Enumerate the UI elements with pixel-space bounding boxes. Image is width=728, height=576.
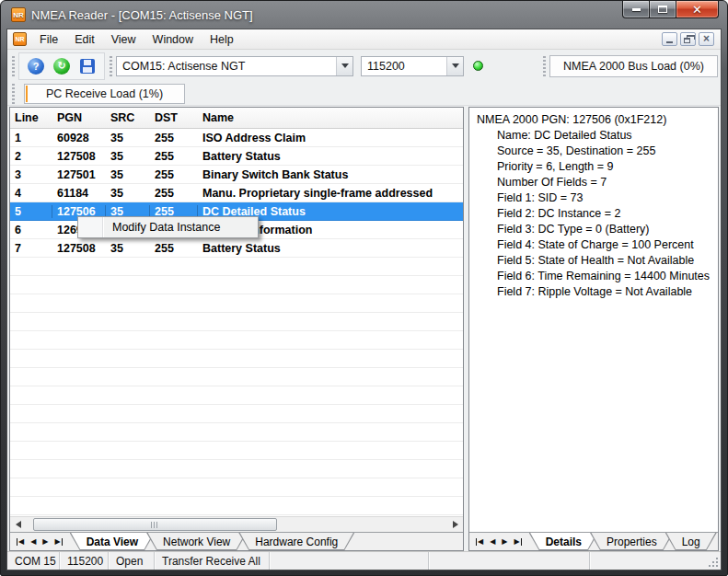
cell-pgn: 127508 (52, 150, 106, 163)
resize-grip[interactable] (707, 556, 719, 568)
scroll-right-button[interactable] (447, 517, 463, 532)
toolbar-grip[interactable] (12, 84, 15, 104)
context-menu-item-modify-data-instance[interactable]: Modify Data Instance (78, 221, 220, 234)
tab-last-button[interactable]: ▶ (514, 538, 521, 546)
chevron-down-icon (341, 63, 349, 72)
transfer-button[interactable]: ↻ (49, 54, 75, 78)
tab-next-button[interactable]: ▶ (502, 538, 507, 546)
chevron-down-icon (452, 63, 459, 72)
detail-line: Field 3: DC Type = 0 (Battery) (473, 222, 714, 237)
menu-file[interactable]: File (31, 29, 66, 49)
window-title: NMEA Reader - [COM15: Actisense NGT] (31, 8, 253, 22)
tab-label: Hardware Config (255, 536, 338, 548)
cell-pgn: 127501 (52, 168, 106, 181)
mdi-child-icon[interactable]: NR (13, 32, 27, 46)
detail-line: Field 1: SID = 73 (473, 190, 714, 206)
menu-edit[interactable]: Edit (66, 29, 103, 49)
tab-hardware-config[interactable]: Hardware Config (238, 533, 354, 550)
detail-line: Field 7: Ripple Voltage = Not Available (473, 284, 714, 300)
arrow-left-icon (16, 521, 21, 528)
cell-src: 35 (106, 242, 150, 255)
cell-name: Battery Status (198, 242, 463, 255)
transfer-icon: ↻ (53, 58, 70, 75)
toolbar-grip[interactable] (12, 56, 15, 76)
cell-src: 35 (106, 187, 150, 200)
table-row[interactable]: 2 127508 35 255 Battery Status (10, 147, 463, 166)
cell-line: 3 (10, 168, 52, 181)
dropdown-button[interactable] (336, 57, 352, 75)
status-com-port: COM 15 (7, 552, 60, 570)
tab-details[interactable]: Details (529, 533, 598, 550)
horizontal-scrollbar[interactable] (10, 516, 463, 532)
table-row[interactable]: 3 127501 35 255 Binary Switch Bank Statu… (10, 166, 463, 184)
tab-prev-button[interactable]: ◀ (490, 538, 495, 546)
tab-last-button[interactable]: ▶ (54, 538, 62, 546)
tab-scroll-buttons: ◀ ◀ ▶ ▶ (10, 538, 70, 546)
pgn-details: NMEA 2000 PGN: 127506 (0x1F212) Name: DC… (469, 108, 718, 532)
scrollbar-thumb[interactable] (33, 518, 277, 531)
menu-view[interactable]: View (103, 29, 144, 49)
cell-name: Manu. Proprietary single-frame addressed (198, 187, 463, 200)
title-bar[interactable]: NR NMEA Reader - [COM15: Actisense NGT] … (1, 1, 727, 29)
status-transfer-mode: Transfer Receive All (155, 552, 270, 570)
cell-pgn: 127508 (52, 242, 106, 255)
dropdown-button[interactable] (446, 57, 463, 75)
save-button[interactable] (75, 54, 100, 78)
secondary-toolbar: PC Receive Load (1%) (7, 82, 721, 106)
toolbar-grip[interactable] (110, 56, 112, 76)
tab-label: Data View (87, 536, 138, 548)
window-controls: ✕ (622, 1, 719, 18)
details-panel: NMEA 2000 PGN: 127506 (0x1F212) Name: DC… (468, 107, 719, 551)
table-row[interactable]: 7 127508 35 255 Battery Status (10, 239, 463, 258)
cell-pgn: 61184 (52, 187, 106, 200)
status-led-icon (473, 61, 483, 71)
table-row[interactable]: 4 61184 35 255 Manu. Proprietary single-… (10, 184, 463, 202)
detail-line: Field 2: DC Instance = 2 (473, 206, 714, 222)
tab-scroll-buttons: ◀ ◀ ▶ ▶ (469, 538, 529, 546)
toolbar-grip[interactable] (543, 56, 546, 76)
column-header-line[interactable]: Line (10, 111, 52, 124)
com-port-select[interactable]: COM15: Actisense NGT (116, 56, 353, 76)
help-button[interactable]: ? (23, 54, 49, 78)
column-header-name[interactable]: Name (198, 111, 463, 124)
empty-rows-area (10, 258, 463, 516)
minimize-icon (632, 8, 641, 11)
minimize-button[interactable] (622, 1, 650, 18)
menu-window[interactable]: Window (144, 29, 202, 49)
toolbar-button-group: ? ↻ (18, 52, 105, 80)
tab-next-button[interactable]: ▶ (42, 538, 48, 546)
tab-first-button[interactable]: ◀ (476, 538, 483, 546)
status-baud: 115200 (60, 552, 109, 570)
baud-rate-select[interactable]: 115200 (361, 56, 464, 76)
menu-help[interactable]: Help (202, 29, 242, 49)
right-tab-bar: ◀ ◀ ▶ ▶ Details Properties (469, 532, 718, 550)
table-row[interactable]: 1 60928 35 255 ISO Address Claim (10, 129, 463, 147)
mdi-minimize-button[interactable] (662, 32, 677, 46)
tab-network-view[interactable]: Network View (146, 533, 247, 550)
mdi-close-button[interactable]: × (699, 32, 714, 46)
mdi-restore-button[interactable] (680, 32, 696, 46)
cell-line: 6 (10, 224, 52, 236)
column-header-pgn[interactable]: PGN (52, 111, 106, 124)
tab-label: Properties (607, 536, 657, 548)
main-toolbar: ? ↻ COM15: Actisense NGT 115200 NMEA 200… (7, 50, 721, 82)
save-icon (80, 59, 95, 74)
detail-line: Source = 35, Destination = 255 (473, 144, 714, 159)
detail-line: Field 5: State of Health = Not Available (473, 253, 714, 269)
column-header-src[interactable]: SRC (106, 111, 150, 124)
scrollbar-track[interactable] (26, 517, 447, 532)
tab-log[interactable]: Log (665, 533, 717, 550)
tab-first-button[interactable]: ◀ (17, 538, 24, 546)
tab-properties[interactable]: Properties (590, 533, 674, 550)
tab-prev-button[interactable]: ◀ (30, 538, 36, 546)
table-body: 1 60928 35 255 ISO Address Claim 2 12750… (10, 129, 463, 516)
cell-name: ISO Address Claim (198, 132, 463, 144)
status-empty-cell (270, 552, 429, 570)
tab-data-view[interactable]: Data View (70, 533, 155, 550)
close-button[interactable]: ✕ (676, 1, 719, 18)
column-header-dst[interactable]: DST (150, 111, 198, 124)
app-window: NR NMEA Reader - [COM15: Actisense NGT] … (0, 0, 728, 576)
maximize-button[interactable] (650, 1, 676, 18)
scroll-left-button[interactable] (10, 517, 26, 532)
data-view-panel: Line PGN SRC DST Name 1 60928 35 255 ISO… (9, 107, 464, 551)
